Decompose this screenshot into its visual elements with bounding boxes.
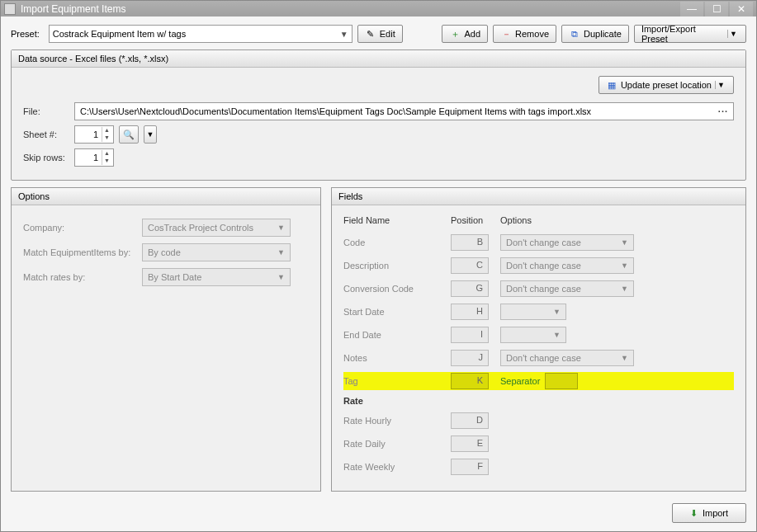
position-input[interactable]: J [451,350,489,366]
app-icon [4,3,16,15]
import-equipment-window: Import Equipment Items — ☐ ✕ Preset: Cos… [0,0,757,532]
chevron-down-icon: ▼ [621,261,628,270]
field-row: Code B Don't change case▼ [343,233,734,252]
copy-icon: ⧉ [569,28,580,40]
date-select[interactable]: ▼ [500,327,566,343]
preset-row: Preset: Costrack Equipment Item w/ tags … [11,25,746,43]
file-input[interactable]: C:\Users\User\Nextcloud\Documents\Docume… [74,102,734,120]
field-row: End Date I ▼ [343,326,734,344]
spin-up-icon[interactable]: ▲ [102,127,111,134]
preview-button[interactable]: 🔍 [119,125,139,144]
sheet-spinner[interactable]: 1 ▲ ▼ [74,125,114,144]
import-button[interactable]: ⬇ Import [672,503,746,523]
match-equipment-label: Match EquipmentItems by: [23,247,135,257]
position-input[interactable]: H [451,304,489,320]
position-input[interactable]: E [451,435,489,452]
import-export-preset-button[interactable]: Import/Export Preset ▼ [634,25,746,43]
file-path: C:\Users\User\Nextcloud\Documents\Docume… [80,106,591,116]
chevron-down-icon: ▼ [621,238,628,247]
close-button[interactable]: ✕ [730,2,753,16]
field-row: Start Date H ▼ [343,303,734,321]
company-label: Company: [23,223,135,233]
chevron-down-icon: ▼ [553,308,561,316]
preset-value: Costrack Equipment Item w/ tags [53,29,186,39]
fields-columns-header: Field Name Position Options [343,215,734,225]
company-select: CosTrack Project Controls ▼ [142,219,291,237]
chevron-down-icon: ▼ [277,273,285,281]
case-select[interactable]: Don't change case▼ [500,234,634,251]
position-input[interactable]: B [451,234,489,251]
match-equipment-select: By code ▼ [142,243,291,261]
maximize-button[interactable]: ☐ [705,2,728,16]
position-input[interactable]: G [451,280,489,297]
separator-input[interactable] [545,373,578,389]
case-select[interactable]: Don't change case▼ [500,280,634,297]
field-row: Rate Daily E [343,435,734,453]
data-source-header: Data source - Excel files (*.xls, *.xlsx… [12,50,745,68]
skip-rows-label: Skip rows: [23,153,69,162]
field-row: Notes J Don't change case▼ [343,349,734,367]
position-input[interactable]: C [451,257,489,274]
chevron-down-icon: ▼ [277,248,285,257]
spin-down-icon[interactable]: ▼ [102,158,111,165]
date-select[interactable]: ▼ [500,304,566,320]
chevron-down-icon: ▼ [340,30,348,39]
duplicate-button[interactable]: ⧉ Duplicate [561,25,629,43]
case-select[interactable]: Don't change case▼ [500,350,634,366]
separator-label: Separator [500,376,540,386]
match-rates-select: By Start Date ▼ [142,268,291,286]
window-title: Import Equipment Items [21,3,680,15]
file-label: File: [23,106,69,116]
edit-button[interactable]: ✎ Edit [357,25,403,43]
field-row-tag: Tag K Separator [343,372,734,390]
chevron-down-icon: ▼ [621,285,628,293]
position-input[interactable]: D [451,412,489,429]
update-preset-location-button[interactable]: ▦ Update preset location ▼ [599,76,734,94]
preset-select[interactable]: Costrack Equipment Item w/ tags ▼ [49,25,352,43]
field-row: Rate Hourly D [343,412,734,430]
case-select[interactable]: Don't change case▼ [500,257,634,274]
add-button[interactable]: ＋ Add [442,25,488,43]
fields-panel: Fields Field Name Position Options Code … [331,187,746,492]
field-row-rate-header: Rate [343,395,734,407]
options-header: Options [12,188,320,205]
sheet-label: Sheet #: [23,129,69,139]
chevron-down-icon: ▼ [727,30,739,38]
field-row: Rate Weekly F [343,458,734,476]
chevron-down-icon: ▼ [621,354,628,362]
position-input[interactable]: F [451,459,489,475]
options-panel: Options Company: CosTrack Project Contro… [11,187,321,492]
position-input[interactable]: I [451,327,489,343]
chevron-down-icon: ▼ [553,331,561,339]
location-icon: ▦ [606,79,617,91]
position-input[interactable]: K [451,373,489,389]
browse-button[interactable]: ··· [718,106,728,116]
skip-rows-spinner[interactable]: 1 ▲ ▼ [74,148,114,167]
field-row: Description C Don't change case▼ [343,257,734,275]
minimize-button[interactable]: — [680,2,703,16]
preview-dropdown[interactable]: ▼ [144,125,157,144]
chevron-down-icon: ▼ [277,224,285,232]
preset-label: Preset: [11,29,44,39]
chevron-down-icon: ▼ [715,81,726,89]
field-row: Conversion Code G Don't change case▼ [343,280,734,298]
pencil-icon: ✎ [365,28,376,40]
plus-icon: ＋ [449,28,461,40]
match-rates-label: Match rates by: [23,272,135,282]
titlebar: Import Equipment Items — ☐ ✕ [1,1,756,16]
fields-header: Fields [332,188,745,205]
data-source-panel: Data source - Excel files (*.xls, *.xlsx… [11,49,746,181]
spin-down-icon[interactable]: ▼ [102,134,111,142]
import-icon: ⬇ [690,508,698,519]
magnifier-icon: 🔍 [123,129,135,140]
remove-button[interactable]: － Remove [493,25,556,43]
chevron-down-icon: ▼ [147,130,154,139]
spin-up-icon[interactable]: ▲ [102,150,111,158]
minus-icon: － [500,28,512,40]
